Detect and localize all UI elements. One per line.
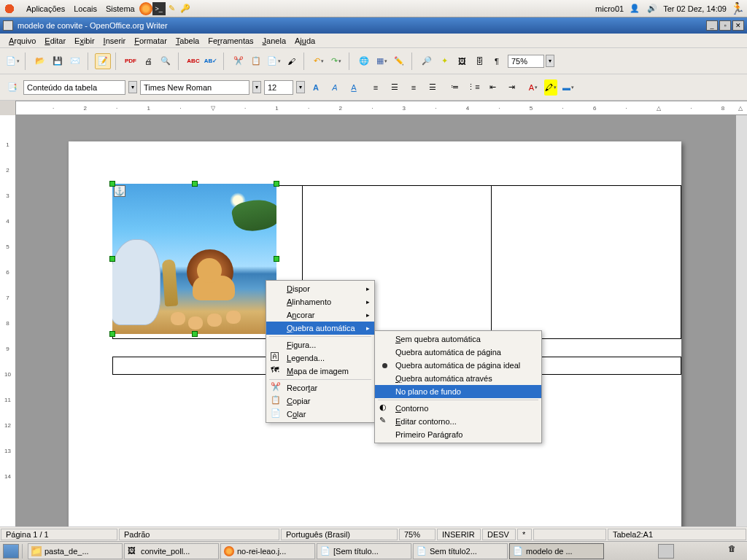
undo-button[interactable]: ↶ (311, 53, 327, 69)
new-document-button[interactable]: 📄 (4, 53, 20, 69)
italic-button[interactable]: A (327, 79, 343, 96)
wrap-none[interactable]: Sem quebra automática (375, 332, 541, 346)
edit-file-button[interactable]: 📝 (95, 53, 111, 69)
menu-insert[interactable]: Inserir (99, 35, 131, 47)
font-color-button[interactable]: A (525, 79, 541, 96)
insert-table-button[interactable]: ▦ (374, 53, 390, 69)
cut-button[interactable]: ✂️ (231, 53, 247, 69)
user-switch-icon[interactable]: 👤 (628, 2, 641, 15)
status-zoom[interactable]: 75% (399, 529, 436, 540)
status-insert-mode[interactable]: INSERIR (437, 529, 481, 540)
task-untitled2[interactable]: 📄Sem título2... (413, 543, 508, 559)
show-draw-button[interactable]: ✏️ (391, 53, 407, 69)
ctx-copy[interactable]: 📋Copiar (266, 394, 374, 408)
table-cell[interactable] (492, 186, 681, 339)
menu-tools[interactable]: Ferramentas (204, 35, 258, 47)
copy-button[interactable]: 📋 (248, 53, 264, 69)
font-dropdown-button[interactable]: ▾ (252, 81, 261, 93)
align-center-button[interactable]: ☰ (387, 79, 403, 96)
highlight-button[interactable]: 🖍 (544, 79, 557, 96)
ctx-anchor[interactable]: Ancorar▸ (266, 308, 374, 322)
task-folder[interactable]: 📁pasta_de_... (28, 543, 123, 559)
status-style[interactable]: Padrão (119, 529, 279, 540)
zoom-combo[interactable] (508, 55, 544, 68)
wrap-optimal[interactable]: Quebra automática de página ideal (375, 359, 541, 372)
background-color-button[interactable]: ▬ (560, 79, 576, 96)
size-dropdown-button[interactable]: ▾ (296, 81, 305, 93)
underline-button[interactable]: A (346, 79, 362, 96)
document-viewport[interactable]: ⚓ Dispor▸ Alinhamento▸ Ancorar▸ Quebra a… (16, 115, 735, 526)
vertical-scrollbar[interactable] (735, 115, 747, 526)
align-left-button[interactable]: ≡ (368, 79, 384, 96)
maximize-button[interactable]: ▫ (719, 20, 731, 31)
bullet-list-button[interactable]: ⋮≡ (465, 79, 481, 96)
resize-handle-ne[interactable] (274, 181, 279, 187)
ctx-wrap[interactable]: Quebra automática▸ (266, 322, 374, 335)
open-button[interactable]: 📂 (32, 53, 48, 69)
align-justify-button[interactable]: ☰ (425, 79, 441, 96)
print-button[interactable]: 🖨 (140, 53, 156, 69)
format-paintbrush-button[interactable]: 🖌 (283, 53, 299, 69)
status-selection-mode[interactable]: DESV (482, 529, 516, 540)
hyperlink-button[interactable]: 🌐 (356, 53, 372, 69)
wrap-edit-contour[interactable]: ✎Editar contorno... (375, 415, 541, 428)
save-button[interactable]: 💾 (50, 53, 66, 69)
wrap-contour[interactable]: ◐Contorno (375, 402, 541, 415)
accessory-icon[interactable]: ✎ (166, 2, 179, 15)
ctx-picture[interactable]: Figura... (266, 338, 374, 351)
data-sources-button[interactable]: 🗄 (471, 53, 487, 69)
gnome-places[interactable]: Locais (69, 2, 101, 15)
gnome-system[interactable]: Sistema (101, 2, 139, 15)
task-untitled[interactable]: 📄[Sem título... (317, 543, 411, 559)
print-preview-button[interactable]: 🔍 (158, 53, 174, 69)
resize-handle-s[interactable] (192, 331, 198, 337)
nonprinting-chars-button[interactable]: ¶ (489, 53, 505, 69)
show-desktop-button[interactable] (3, 544, 19, 559)
paragraph-style-combo[interactable] (23, 80, 125, 95)
ctx-arrange[interactable]: Dispor▸ (266, 282, 374, 295)
menu-table[interactable]: Tabela (171, 35, 204, 47)
workspace-switcher[interactable] (658, 544, 674, 559)
close-button[interactable]: ✕ (732, 20, 744, 31)
gnome-applications[interactable]: Aplicações (22, 2, 69, 15)
menu-format[interactable]: Formatar (130, 35, 171, 47)
terminal-launcher-icon[interactable]: >_ (152, 2, 166, 15)
styles-window-button[interactable]: 📑 (4, 79, 20, 96)
wrap-background[interactable]: No plano de fundo (375, 385, 541, 398)
navigator-button[interactable]: ✦ (436, 53, 452, 69)
auto-spellcheck-button[interactable]: AB✓ (203, 53, 219, 69)
menu-window[interactable]: Janela (258, 35, 290, 47)
menu-help[interactable]: Ajuda (290, 35, 320, 47)
bold-button[interactable]: A (308, 79, 324, 96)
font-size-combo[interactable] (264, 80, 293, 95)
ctx-paste[interactable]: 📄Colar (266, 408, 374, 421)
resize-handle-sw[interactable] (109, 331, 115, 337)
decrease-indent-button[interactable]: ⇤ (484, 79, 500, 96)
menu-view[interactable]: Exibir (70, 35, 99, 47)
resize-handle-n[interactable] (192, 181, 198, 187)
menu-edit[interactable]: Editar (40, 35, 70, 47)
volume-icon[interactable]: 🔊 (646, 2, 659, 15)
export-pdf-button[interactable]: PDF (123, 53, 139, 69)
anchor-icon[interactable]: ⚓ (114, 185, 125, 197)
email-button[interactable]: ✉️ (67, 53, 83, 69)
page[interactable]: ⚓ Dispor▸ Alinhamento▸ Ancorar▸ Quebra a… (69, 141, 681, 526)
increase-indent-button[interactable]: ⇥ (503, 79, 519, 96)
numbered-list-button[interactable]: ≔ (446, 79, 462, 96)
paste-button[interactable]: 📄 (266, 53, 282, 69)
align-right-button[interactable]: ≡ (406, 79, 422, 96)
key-icon[interactable]: 🔑 (179, 2, 192, 15)
selected-image-frame[interactable]: ⚓ (112, 184, 276, 334)
clock[interactable]: Ter 02 Dez, 14:09 (663, 4, 727, 13)
wrap-first-paragraph[interactable]: Primeiro Parágrafo (375, 428, 541, 441)
status-language[interactable]: Português (Brasil) (281, 529, 398, 540)
resize-handle-e[interactable] (274, 256, 279, 262)
zoom-dropdown-button[interactable]: ▾ (546, 55, 554, 67)
ctx-cut[interactable]: ✂️Recortar (266, 381, 374, 394)
logout-icon[interactable]: 🏃 (731, 2, 744, 15)
menu-file[interactable]: Arquivo (4, 35, 40, 47)
wrap-page[interactable]: Quebra automática de página (375, 346, 541, 359)
wrap-through[interactable]: Quebra automática através (375, 372, 541, 385)
resize-handle-nw[interactable] (109, 181, 115, 187)
ctx-alignment[interactable]: Alinhamento▸ (266, 295, 374, 308)
